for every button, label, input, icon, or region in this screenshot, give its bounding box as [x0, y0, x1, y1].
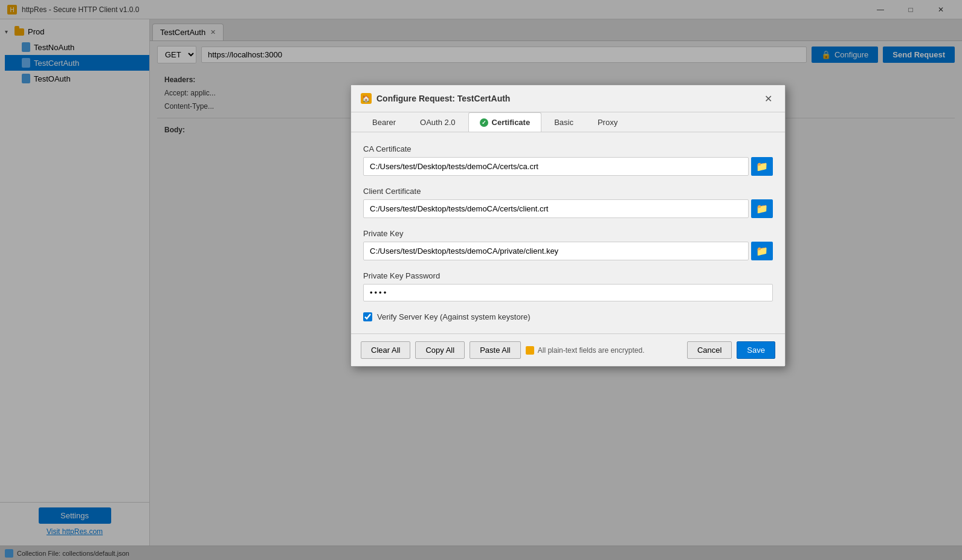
- encrypted-info: All plain-text fields are encrypted.: [526, 346, 682, 355]
- dialog-titlebar: 🏠 Configure Request: TestCertAuth ✕: [351, 85, 785, 112]
- verify-checkbox[interactable]: [363, 312, 372, 321]
- private-key-browse-button[interactable]: 📁: [751, 242, 773, 260]
- encrypted-text: All plain-text fields are encrypted.: [538, 346, 645, 355]
- dialog-footer: Clear All Copy All Paste All All plain-t…: [351, 333, 785, 366]
- password-label: Private Key Password: [363, 271, 773, 280]
- lock-icon: [526, 346, 534, 355]
- paste-all-button[interactable]: Paste All: [470, 341, 521, 359]
- folder-browse-icon: 📁: [756, 203, 768, 214]
- client-cert-browse-button[interactable]: 📁: [751, 199, 773, 218]
- tab-proxy[interactable]: Proxy: [586, 112, 629, 132]
- dialog-title: Configure Request: TestCertAuth: [376, 94, 756, 103]
- dialog-tabs: Bearer OAuth 2.0 ✓ Certificate Basic Pro…: [351, 112, 785, 132]
- private-key-input[interactable]: [363, 242, 749, 260]
- checkmark-icon: ✓: [480, 118, 488, 127]
- private-key-group: Private Key 📁: [363, 229, 773, 260]
- basic-label: Basic: [554, 118, 573, 127]
- verify-checkbox-row: Verify Server Key (Against system keysto…: [363, 312, 773, 321]
- folder-browse-icon: 📁: [756, 161, 768, 172]
- dialog-body: CA Certificate 📁 Client Certificate 📁: [351, 132, 785, 333]
- dialog-close-button[interactable]: ✕: [761, 91, 775, 106]
- cancel-button[interactable]: Cancel: [687, 341, 732, 359]
- client-cert-row: 📁: [363, 199, 773, 218]
- tab-basic[interactable]: Basic: [543, 112, 585, 132]
- ca-cert-browse-button[interactable]: 📁: [751, 157, 773, 176]
- tab-oauth2[interactable]: OAuth 2.0: [408, 112, 467, 132]
- client-cert-group: Client Certificate 📁: [363, 187, 773, 218]
- password-input[interactable]: [363, 284, 773, 301]
- configure-dialog: 🏠 Configure Request: TestCertAuth ✕ Bear…: [350, 85, 786, 367]
- tab-bearer[interactable]: Bearer: [361, 112, 407, 132]
- oauth2-label: OAuth 2.0: [420, 118, 456, 127]
- folder-browse-icon: 📁: [756, 245, 768, 257]
- verify-label: Verify Server Key (Against system keysto…: [377, 312, 531, 321]
- ca-cert-group: CA Certificate 📁: [363, 144, 773, 176]
- save-button[interactable]: Save: [737, 341, 775, 359]
- private-key-label: Private Key: [363, 229, 773, 238]
- ca-cert-row: 📁: [363, 157, 773, 176]
- certificate-label: Certificate: [492, 118, 531, 127]
- ca-cert-input[interactable]: [363, 157, 749, 176]
- client-cert-input[interactable]: [363, 199, 749, 218]
- proxy-label: Proxy: [598, 118, 618, 127]
- password-group: Private Key Password: [363, 271, 773, 301]
- client-cert-label: Client Certificate: [363, 187, 773, 196]
- private-key-row: 📁: [363, 242, 773, 260]
- modal-overlay: 🏠 Configure Request: TestCertAuth ✕ Bear…: [0, 0, 962, 560]
- tab-certificate[interactable]: ✓ Certificate: [468, 112, 542, 132]
- bearer-label: Bearer: [372, 118, 396, 127]
- ca-cert-label: CA Certificate: [363, 144, 773, 153]
- copy-all-button[interactable]: Copy All: [415, 341, 465, 359]
- clear-all-button[interactable]: Clear All: [361, 341, 410, 359]
- dialog-app-icon: 🏠: [361, 93, 372, 104]
